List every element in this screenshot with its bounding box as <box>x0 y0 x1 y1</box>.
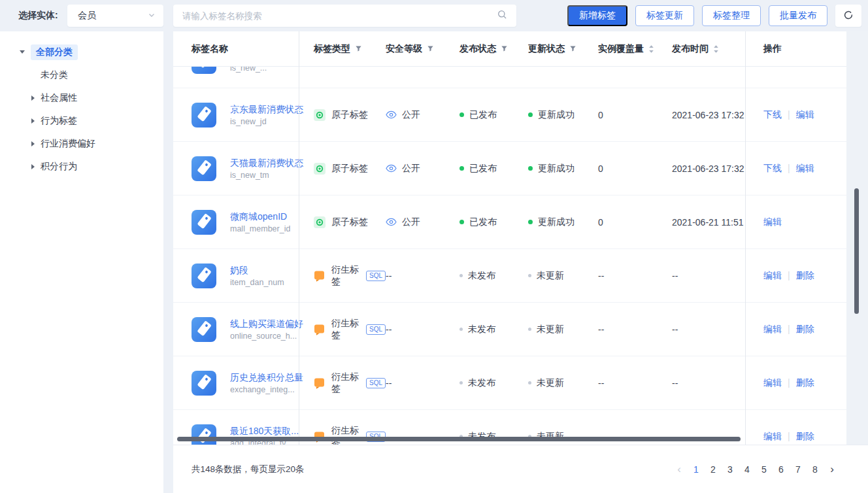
action-link[interactable]: 删除 <box>796 324 814 334</box>
caret-right-icon[interactable] <box>31 164 35 169</box>
record-count-summary: 共148条数据，每页显示20条 <box>192 464 305 475</box>
action-separator: | <box>788 163 790 173</box>
tag-update-button[interactable]: 标签更新 <box>635 5 694 26</box>
status-dot <box>528 274 531 277</box>
tag-code: is_new_jd <box>230 116 303 128</box>
tag-name-link[interactable]: 微商城openID <box>230 210 290 223</box>
status-dot <box>528 112 533 117</box>
caret-down-icon[interactable] <box>20 50 25 54</box>
pagination-page[interactable]: 2 <box>705 461 722 478</box>
sql-badge: SQL <box>366 271 386 281</box>
pagination-page[interactable]: 5 <box>756 461 773 478</box>
filter-icon[interactable] <box>569 45 576 52</box>
action-link[interactable]: 下线 <box>763 163 782 173</box>
batch-publish-button[interactable]: 批量发布 <box>769 5 827 26</box>
update-status-cell: 未更新 <box>528 324 598 335</box>
horizontal-scrollbar[interactable] <box>177 437 741 441</box>
tag-search-input[interactable] <box>182 11 497 21</box>
action-link[interactable]: 下线 <box>763 109 782 120</box>
tag-icon <box>192 317 216 342</box>
refresh-button[interactable] <box>835 5 861 27</box>
pagination-page[interactable]: 7 <box>790 461 807 478</box>
sidebar-item[interactable]: 行业消费偏好 <box>0 132 163 155</box>
sort-icon[interactable] <box>713 44 719 54</box>
update-status-label: 更新成功 <box>538 216 575 228</box>
action-separator: | <box>788 324 790 334</box>
fixed-column-divider-left <box>299 31 299 445</box>
status-dot <box>459 166 464 171</box>
filter-icon[interactable] <box>501 45 508 52</box>
coverage-value: 0 <box>598 217 672 228</box>
caret-right-icon[interactable] <box>31 118 35 124</box>
update-status-cell: 未更新 <box>528 270 598 282</box>
tag-code: item_dan_num <box>230 277 284 288</box>
pagination-next[interactable]: › <box>824 461 841 478</box>
column-header-label: 操作 <box>763 43 782 55</box>
entity-select-label: 选择实体: <box>18 10 58 22</box>
derived-tag-icon <box>314 270 326 282</box>
caret-right-icon[interactable] <box>31 95 35 101</box>
tag-code: is_new_tm <box>230 169 303 181</box>
sidebar-item[interactable]: 全部分类 <box>0 41 163 63</box>
update-status-label: 更新成功 <box>538 109 575 121</box>
action-link[interactable]: 删除 <box>796 270 814 280</box>
pagination-page[interactable]: 1 <box>688 461 705 478</box>
eye-icon <box>386 164 397 173</box>
status-dot <box>459 220 464 224</box>
filter-icon[interactable] <box>355 45 362 52</box>
category-tree: 全部分类未分类社会属性行为标签行业消费偏好积分行为 <box>0 41 163 178</box>
add-tag-button[interactable]: 新增标签 <box>567 5 627 26</box>
action-link[interactable]: 编辑 <box>796 163 814 173</box>
publish-time: 2021-06-23 17:32 <box>672 110 745 120</box>
tag-icon <box>192 264 216 288</box>
tag-name-link[interactable]: 线上购买渠道偏好 <box>230 317 303 330</box>
publish-time: 2021-06-21 11:51 <box>672 217 745 228</box>
publish-status-cell: 已发布 <box>459 163 528 175</box>
action-link[interactable]: 编辑 <box>796 109 814 120</box>
sidebar-item[interactable]: 积分行为 <box>0 155 163 178</box>
security-level-value: -- <box>386 324 392 335</box>
publish-status-label: 未发布 <box>468 270 495 282</box>
sidebar-item[interactable]: 未分类 <box>0 63 163 86</box>
tag-name-link[interactable]: 京东最新消费状态 <box>230 103 303 116</box>
caret-right-icon[interactable] <box>31 141 35 146</box>
sort-icon[interactable] <box>648 44 654 54</box>
sql-badge: SQL <box>366 324 386 335</box>
filter-icon[interactable] <box>427 45 434 52</box>
pagination-page[interactable]: 4 <box>739 461 756 478</box>
action-link[interactable]: 编辑 <box>763 216 782 227</box>
table-row: 奶段item_dan_num衍生标签SQL--未发布未更新----编辑|删除 <box>173 249 868 303</box>
pagination-page[interactable]: 3 <box>722 461 739 478</box>
tag-name-link[interactable]: 天猫最新消费状态 <box>230 156 303 169</box>
security-level-cell: -- <box>386 378 459 388</box>
pagination-page[interactable]: 6 <box>773 461 790 478</box>
tag-organize-button[interactable]: 标签整理 <box>702 5 761 26</box>
sidebar-item[interactable]: 社会属性 <box>0 86 163 109</box>
tag-name-link[interactable]: 奶段 <box>230 264 284 277</box>
action-link[interactable]: 删除 <box>796 431 814 441</box>
status-dot <box>459 381 463 384</box>
sidebar-item[interactable]: 行为标签 <box>0 109 163 132</box>
topbar: 选择实体: 会员 新增标签 标签更新 标签整理 批量发布 <box>0 0 868 31</box>
publish-status-cell: 已发布 <box>459 216 528 228</box>
pagination-page[interactable]: 8 <box>807 461 824 478</box>
derived-tag-icon <box>314 377 326 389</box>
pagination-prev[interactable]: ‹ <box>671 461 688 478</box>
action-link[interactable]: 编辑 <box>763 270 782 280</box>
action-link[interactable]: 编辑 <box>763 431 782 441</box>
tag-name-cell: 天猫最新消费状态is_new_tm <box>192 156 314 181</box>
action-link[interactable]: 编辑 <box>763 377 782 388</box>
column-header: 更新状态 <box>528 43 598 55</box>
tag-code: online_source_h... <box>230 330 303 342</box>
tag-name-cell: 京东最新消费状态is_new_jd <box>192 103 314 128</box>
tag-name-link[interactable]: 历史兑换积分总量 <box>230 371 303 384</box>
search-icon[interactable] <box>497 10 507 22</box>
tag-table-card: 标签名称标签类型安全等级发布状态更新状态实例覆盖量发布时间操作 is_new_.… <box>173 31 868 493</box>
entity-select[interactable]: 会员 <box>67 5 163 27</box>
column-header: 标签名称 <box>192 43 314 55</box>
action-link[interactable]: 编辑 <box>763 324 782 334</box>
tag-name-link[interactable]: 最近180天获取... <box>230 424 299 437</box>
tag-code: exchange_integ... <box>230 384 303 396</box>
action-link[interactable]: 删除 <box>796 377 814 388</box>
vertical-scrollbar[interactable] <box>854 188 859 314</box>
